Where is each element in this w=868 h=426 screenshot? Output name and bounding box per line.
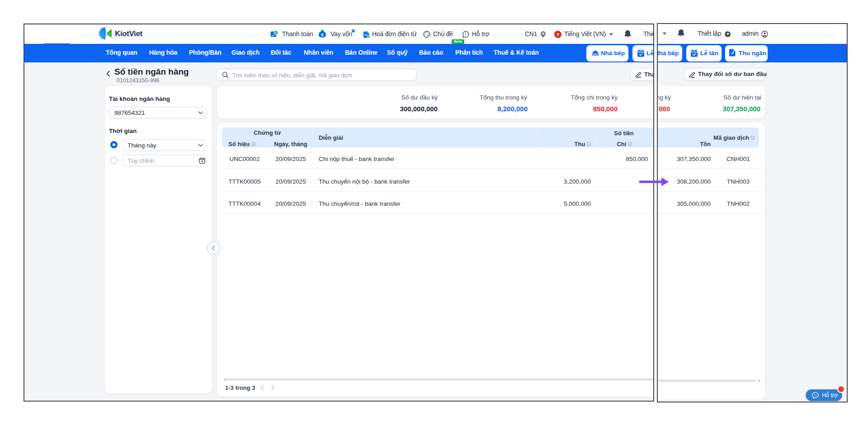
- svg-text:0: 0: [368, 36, 369, 38]
- svg-text:$: $: [321, 32, 324, 37]
